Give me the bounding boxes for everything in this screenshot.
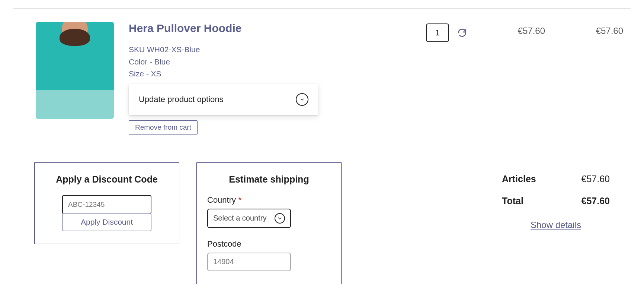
- show-details-link[interactable]: Show details: [531, 220, 581, 230]
- cart-line-item: Hera Pullover Hoodie SKU WH02-XS-Blue Co…: [13, 9, 631, 145]
- quantity-input[interactable]: [426, 23, 449, 42]
- postcode-input[interactable]: [207, 253, 291, 271]
- sku-line: SKU WH02-XS-Blue: [129, 44, 322, 56]
- unit-price: €57.60: [482, 22, 545, 36]
- order-summary: Articles €57.60 Total €57.60 Show detail…: [502, 162, 610, 230]
- apply-discount-button[interactable]: Apply Discount: [62, 213, 151, 231]
- required-star: *: [238, 195, 241, 205]
- shipping-panel: Estimate shipping Country * Select a cou…: [196, 162, 342, 284]
- size-line: Size - XS: [129, 68, 322, 80]
- country-select-placeholder: Select a country: [213, 214, 266, 222]
- update-options-toggle[interactable]: Update product options: [129, 84, 318, 115]
- total-label: Total: [502, 196, 523, 206]
- country-select[interactable]: Select a country: [207, 209, 291, 228]
- refresh-icon[interactable]: [457, 28, 467, 38]
- articles-label: Articles: [502, 174, 536, 184]
- discount-heading: Apply a Discount Code: [56, 174, 158, 185]
- chevron-down-icon: [275, 213, 285, 224]
- line-total: €57.60: [560, 22, 623, 36]
- country-label: Country *: [207, 195, 241, 205]
- remove-from-cart-button[interactable]: Remove from cart: [129, 120, 198, 134]
- summary-total-row: Total €57.60: [502, 196, 610, 206]
- color-line: Color - Blue: [129, 56, 322, 68]
- articles-value: €57.60: [581, 174, 610, 184]
- product-title[interactable]: Hera Pullover Hoodie: [129, 22, 322, 35]
- postcode-label: Postcode: [207, 239, 241, 249]
- total-value: €57.60: [581, 196, 610, 206]
- discount-code-input[interactable]: [62, 195, 151, 214]
- chevron-down-icon: [296, 93, 308, 106]
- discount-panel: Apply a Discount Code Apply Discount: [34, 162, 179, 244]
- shipping-heading: Estimate shipping: [229, 174, 309, 185]
- quantity-controls: [426, 22, 467, 42]
- update-options-label: Update product options: [139, 95, 224, 104]
- summary-articles-row: Articles €57.60: [502, 174, 610, 184]
- product-meta: SKU WH02-XS-Blue Color - Blue Size - XS: [129, 44, 322, 80]
- product-image: [36, 22, 114, 119]
- panels-area: Apply a Discount Code Apply Discount Est…: [13, 145, 631, 284]
- product-details: Hera Pullover Hoodie SKU WH02-XS-Blue Co…: [129, 22, 322, 134]
